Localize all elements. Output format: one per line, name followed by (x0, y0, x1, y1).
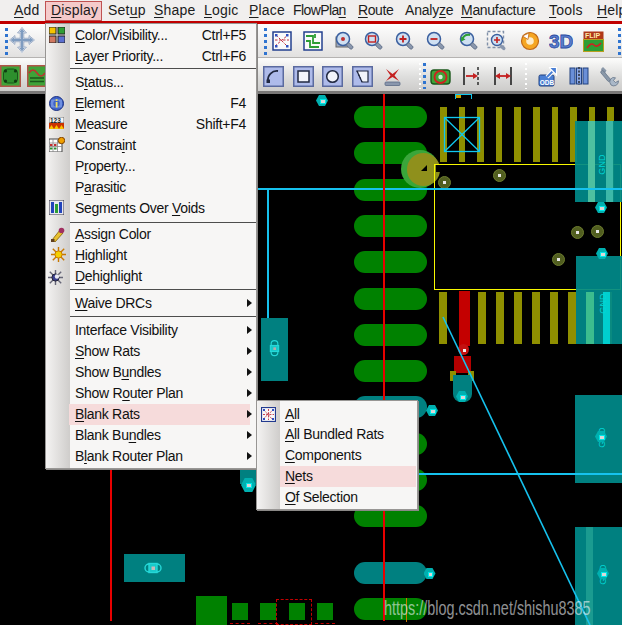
svg-text:FLIP: FLIP (585, 32, 600, 39)
svg-text:ODB: ODB (539, 79, 554, 86)
svg-text:3D: 3D (549, 31, 573, 52)
svg-text:123: 123 (50, 117, 61, 124)
